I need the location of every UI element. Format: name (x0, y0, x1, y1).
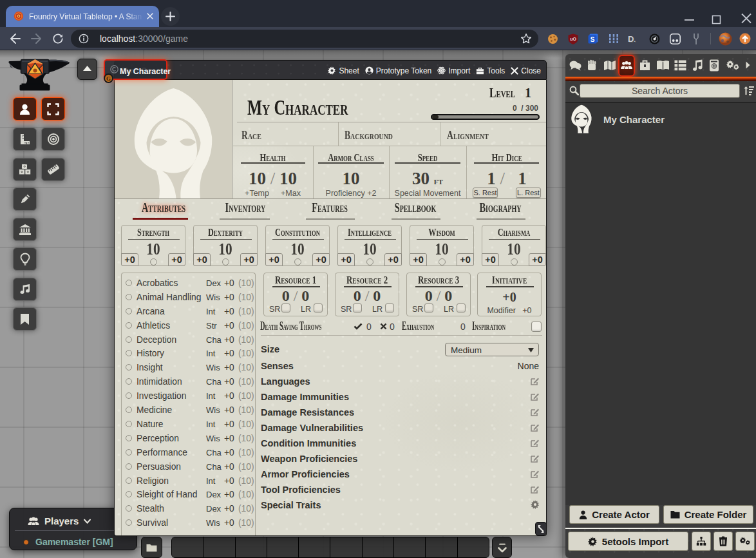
svg-text:uO: uO (570, 37, 576, 41)
svg-text:S: S (591, 36, 595, 43)
